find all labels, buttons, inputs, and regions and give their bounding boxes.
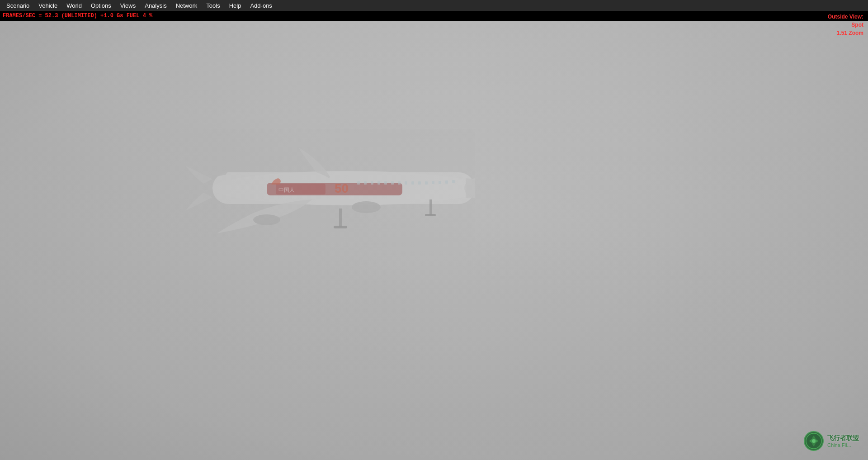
view-type-label: Outside View: xyxy=(828,13,863,21)
menu-vehicle[interactable]: Vehicle xyxy=(34,1,62,10)
status-bar: FRAMES/SEC = 52.3 (UNLIMITED) +1.0 Gs FU… xyxy=(0,11,868,21)
menu-help[interactable]: Help xyxy=(225,1,246,10)
menu-options[interactable]: Options xyxy=(86,1,116,10)
watermark-sub-text: China Fli... xyxy=(827,442,859,448)
main-viewport: 50 中国人 xyxy=(0,21,868,460)
zoom-label: 1.51 Zoom xyxy=(828,29,863,37)
menu-world[interactable]: World xyxy=(62,1,86,10)
watermark-text-block: 飞行者联盟 China Fli... xyxy=(827,434,859,448)
menu-network[interactable]: Network xyxy=(171,1,202,10)
view-mode-label: Spot xyxy=(828,21,863,29)
menu-tools[interactable]: Tools xyxy=(202,1,224,10)
watermark-logo xyxy=(804,431,824,451)
aircraft-display: 50 中国人 xyxy=(95,129,475,256)
menu-scenario[interactable]: Scenario xyxy=(2,1,34,10)
menu-bar: Scenario Vehicle World Options Views Ana… xyxy=(0,0,868,11)
menu-views[interactable]: Views xyxy=(116,1,140,10)
svg-point-32 xyxy=(812,439,816,443)
watermark: 飞行者联盟 China Fli... xyxy=(804,431,859,451)
view-info-overlay: Outside View: Spot 1.51 Zoom xyxy=(826,11,865,39)
svg-rect-30 xyxy=(95,129,475,256)
status-text: FRAMES/SEC = 52.3 (UNLIMITED) +1.0 Gs FU… xyxy=(3,13,152,19)
menu-analysis[interactable]: Analysis xyxy=(140,1,171,10)
watermark-main-text: 飞行者联盟 xyxy=(827,434,859,442)
menu-addons[interactable]: Add-ons xyxy=(245,1,276,10)
